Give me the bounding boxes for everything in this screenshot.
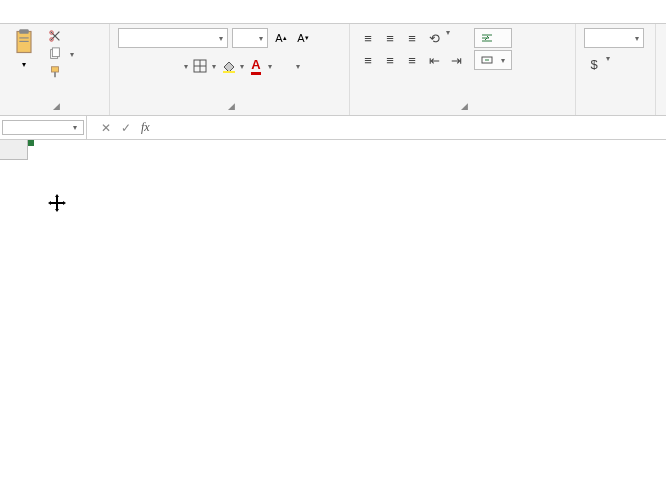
svg-rect-1 (19, 29, 28, 34)
paste-dropdown-icon: ▾ (22, 60, 26, 69)
copy-button[interactable]: ▾ (46, 46, 76, 62)
move-cursor-icon (48, 194, 66, 212)
border-button[interactable] (190, 56, 210, 76)
chevron-down-icon: ▾ (259, 34, 263, 43)
fx-icon[interactable]: fx (141, 120, 150, 135)
font-size-select[interactable]: ▾ (232, 28, 268, 48)
underline-button[interactable] (162, 56, 182, 76)
decrease-font-button[interactable]: A▾ (294, 29, 312, 47)
font-color-button[interactable]: A (246, 56, 266, 76)
align-right-button[interactable]: ≡ (402, 50, 422, 70)
orientation-button[interactable]: ⟲ (424, 28, 444, 48)
svg-rect-9 (54, 72, 56, 77)
font-group: ▾ ▾ A▴ A▾ ▾ ▾ ▾ A ▾ ▾ ◢ (110, 24, 350, 115)
ribbon-tabs (0, 0, 666, 24)
number-group: ▾ $▾ (576, 24, 656, 115)
format-painter-button[interactable] (46, 64, 76, 80)
font-name-select[interactable]: ▾ (118, 28, 228, 48)
fill-color-button[interactable] (218, 56, 238, 76)
expand-icon[interactable]: ◢ (228, 101, 235, 111)
align-middle-button[interactable]: ≡ (380, 28, 400, 48)
brush-icon (48, 65, 62, 79)
formula-bar-row: ▾ ✕ ✓ fx (0, 116, 666, 140)
formula-bar[interactable] (150, 116, 666, 139)
align-bottom-button[interactable]: ≡ (402, 28, 422, 48)
expand-icon[interactable]: ◢ (53, 101, 60, 111)
wrap-text-button[interactable] (474, 28, 512, 48)
align-left-button[interactable]: ≡ (358, 50, 378, 70)
wrap-icon (481, 32, 493, 44)
italic-button[interactable] (140, 56, 160, 76)
number-format-select[interactable]: ▾ (584, 28, 644, 48)
merge-center-button[interactable]: ▾ (474, 50, 512, 70)
cancel-icon[interactable]: ✕ (101, 121, 111, 135)
svg-rect-8 (52, 67, 59, 72)
accept-icon[interactable]: ✓ (121, 121, 131, 135)
expand-icon[interactable]: ◢ (461, 101, 468, 111)
svg-rect-3 (19, 41, 28, 42)
chevron-down-icon: ▾ (73, 123, 77, 132)
align-center-button[interactable]: ≡ (380, 50, 400, 70)
chevron-down-icon: ▾ (219, 34, 223, 43)
name-box[interactable]: ▾ (2, 120, 84, 135)
svg-rect-7 (52, 48, 59, 57)
indent-right-button[interactable]: ⇥ (446, 50, 466, 70)
phonetic-button[interactable] (274, 56, 294, 76)
scissors-icon (48, 29, 62, 43)
indent-left-button[interactable]: ⇤ (424, 50, 444, 70)
bucket-icon (221, 59, 235, 73)
cut-button[interactable] (46, 28, 76, 44)
border-icon (193, 59, 207, 73)
alignment-group: ≡ ≡ ≡ ⟲▾ ≡ ≡ ≡ ⇤ ⇥ ▾ ◢ (350, 24, 576, 115)
paste-icon (10, 28, 38, 56)
chevron-down-icon: ▾ (635, 34, 639, 43)
paste-button[interactable]: ▾ (4, 26, 44, 71)
increase-font-button[interactable]: A▴ (272, 29, 290, 47)
svg-rect-2 (19, 37, 28, 38)
select-all-corner[interactable] (0, 140, 28, 160)
ribbon-content: ▾ ▾ ◢ ▾ ▾ (0, 24, 666, 116)
percent-button[interactable] (612, 54, 632, 74)
copy-icon (48, 47, 62, 61)
align-top-button[interactable]: ≡ (358, 28, 378, 48)
svg-rect-13 (223, 71, 235, 73)
fill-handle[interactable] (28, 140, 34, 146)
merge-icon (481, 54, 493, 66)
accounting-button[interactable]: $ (584, 54, 604, 74)
clipboard-group: ▾ ▾ ◢ (0, 24, 110, 115)
spreadsheet-grid (0, 140, 666, 160)
bold-button[interactable] (118, 56, 138, 76)
